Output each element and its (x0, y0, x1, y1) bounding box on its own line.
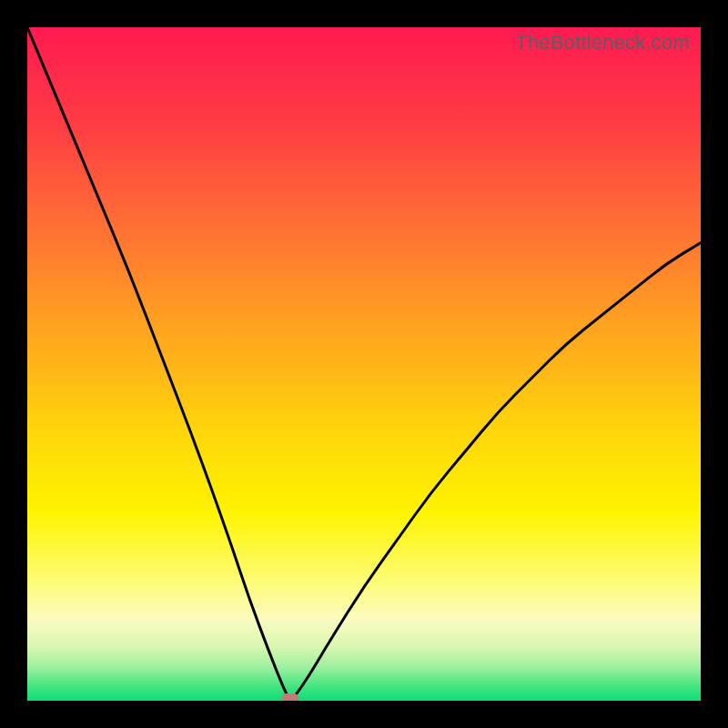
plot-area: TheBottleneck.com (27, 27, 701, 701)
watermark-text: TheBottleneck.com (515, 31, 690, 55)
svg-rect-0 (27, 27, 701, 701)
background-gradient (27, 27, 701, 701)
optimum-marker (282, 693, 298, 701)
chart-frame: TheBottleneck.com (0, 0, 728, 728)
